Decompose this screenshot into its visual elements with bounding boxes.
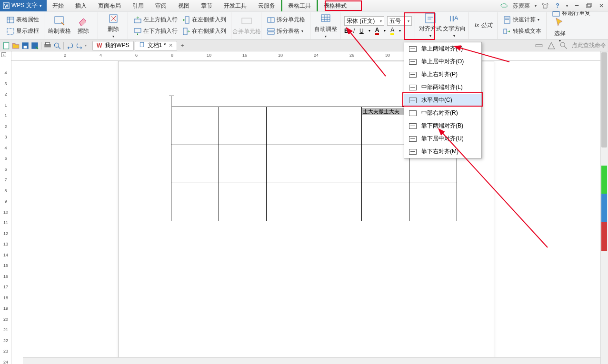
app-menu[interactable]: WPS 文字 ▾	[0, 0, 47, 11]
cloud-icon[interactable]	[500, 2, 508, 10]
align-mid-justify[interactable]: 中部两端对齐(L)	[404, 81, 481, 94]
align-mid-right[interactable]: 中部右对齐(R)	[404, 107, 481, 119]
print-preview-icon[interactable]	[53, 41, 61, 50]
select-button[interactable]: 选择▾	[550, 18, 569, 42]
tab-doc1[interactable]: 文档1 *✕	[135, 41, 178, 50]
font-color-button[interactable]: A	[375, 27, 379, 35]
insert-row-below-button[interactable]: 在下方插入行	[132, 26, 179, 37]
minimize-icon[interactable]: ━	[573, 2, 580, 10]
split-cell-button[interactable]: 拆分单元格	[265, 15, 307, 25]
align-top-justify[interactable]: 靠上两端对齐(T)	[404, 42, 481, 55]
erase-button[interactable]: 擦除	[72, 13, 95, 37]
svg-rect-9	[134, 29, 141, 32]
draw-table-button[interactable]: 绘制表格	[48, 13, 71, 37]
font-select[interactable]: 宋体 (正文)▾	[344, 16, 384, 26]
open-icon[interactable]	[11, 41, 20, 50]
svg-rect-2	[588, 3, 591, 7]
insert-row-above-button[interactable]: 在上方插入行	[132, 15, 179, 25]
split-table-button[interactable]: 拆分表格▾	[265, 26, 307, 37]
svg-rect-18	[504, 17, 510, 23]
skin-icon[interactable]	[541, 2, 549, 10]
doc-tabs: W我的WPS 文档1 *✕ ＋	[92, 40, 187, 51]
menu-table-tools[interactable]: 表格工具	[281, 0, 317, 11]
nav-icon[interactable]	[547, 41, 556, 50]
align-top-center[interactable]: 靠上居中对齐(O)	[404, 55, 481, 68]
align-bot-center[interactable]: 靠下居中对齐(U)	[404, 132, 481, 145]
canvas[interactable]: 士大夫撒士大夫	[11, 61, 608, 364]
chevron-down-icon: ▾	[535, 4, 537, 8]
svg-rect-19	[504, 29, 507, 34]
redo-icon[interactable]	[75, 41, 84, 50]
formula-button[interactable]: fx 公式	[473, 20, 494, 31]
menu-dev[interactable]: 开发工具	[218, 0, 252, 11]
svg-rect-27	[46, 42, 50, 45]
restore-icon[interactable]	[585, 2, 593, 10]
align-button[interactable]: 对齐方式▾	[419, 13, 442, 37]
menu-cloud[interactable]: 云服务	[252, 0, 281, 11]
underline-button[interactable]: U	[359, 28, 364, 34]
insert-col-right-button[interactable]: 在右侧插入列	[180, 26, 228, 37]
menu-layout[interactable]: 页面布局	[92, 0, 127, 11]
user-name[interactable]: 苏麦菜	[513, 2, 530, 10]
vertical-ruler: L 43211234567891011121314151617181920212…	[0, 51, 11, 364]
ruler-toggle-icon[interactable]	[535, 41, 543, 50]
table-properties-button[interactable]: 表格属性	[5, 15, 41, 25]
add-tab-button[interactable]: ＋	[178, 41, 187, 50]
show-border-button[interactable]: 显示虚框	[5, 26, 41, 37]
close-tab-icon[interactable]: ✕	[169, 42, 173, 49]
search-icon[interactable]	[559, 41, 568, 50]
align-center[interactable]: 水平居中(C)	[404, 94, 481, 107]
svg-rect-13	[268, 29, 274, 31]
menu-view[interactable]: 视图	[172, 0, 195, 11]
menu-insert[interactable]: 插入	[70, 0, 92, 11]
save-icon[interactable]	[21, 41, 30, 50]
menu-start[interactable]: 开始	[47, 0, 70, 11]
tab-mywps[interactable]: W我的WPS	[92, 41, 134, 50]
close-icon[interactable]: ✕	[598, 2, 605, 10]
bold-button[interactable]: B	[344, 28, 349, 34]
svg-point-28	[54, 43, 59, 47]
menu-ref[interactable]: 引用	[127, 0, 150, 11]
cursor-mark	[171, 96, 171, 106]
font-size-select[interactable]: 五号▾	[387, 16, 412, 26]
quick-access-bar: ▾ W我的WPS 文档1 *✕ ＋ 点此查找命令	[0, 40, 608, 51]
search-hint[interactable]: 点此查找命令	[572, 41, 606, 49]
svg-rect-4	[7, 29, 14, 34]
align-bot-justify[interactable]: 靠下两端对齐(B)	[404, 119, 481, 132]
ribbon: 表格属性 显示虚框 绘制表格 擦除 删除▾ 在上方插入行 在左侧插入列 在下方插…	[0, 11, 608, 40]
menu-table-style[interactable]: 表格样式	[317, 0, 352, 11]
app-name: WPS 文字	[11, 1, 38, 10]
delete-button[interactable]: 删除▾	[102, 14, 125, 38]
new-icon[interactable]	[2, 41, 10, 50]
align-dropdown: 靠上两端对齐(T) 靠上居中对齐(O) 靠上右对齐(P) 中部两端对齐(L) 水…	[404, 42, 482, 158]
selected-cell-text: 士大夫撒士大夫	[362, 108, 408, 115]
chevron-down-icon: ▾	[566, 4, 568, 8]
quick-calc-button[interactable]: 快速计算▾	[501, 15, 543, 25]
menu-bar: WPS 文字 ▾ 开始 插入 页面布局 引用 审阅 视图 章节 开发工具 云服务…	[0, 0, 608, 11]
svg-rect-1	[587, 4, 590, 8]
italic-button[interactable]: I	[353, 28, 355, 34]
vertical-scrollbar[interactable]	[600, 51, 608, 364]
convert-text-button[interactable]: 转换成文本	[501, 26, 543, 37]
svg-rect-3	[7, 17, 14, 23]
undo-icon[interactable]	[66, 41, 74, 50]
align-bot-right[interactable]: 靠下右对齐(M)	[404, 145, 481, 158]
print-icon[interactable]	[43, 41, 52, 50]
saveas-icon[interactable]	[30, 41, 39, 50]
ruler-corner: L	[1, 52, 6, 57]
chevron-down-icon: ▾	[40, 3, 42, 8]
align-top-right[interactable]: 靠上右对齐(P)	[404, 68, 481, 81]
text-direction-button[interactable]: |||A文字方向▾	[443, 13, 466, 37]
color-strip	[601, 166, 607, 251]
horizontal-scrollbar[interactable]	[23, 357, 600, 364]
insert-col-left-button[interactable]: 在左侧插入列	[180, 15, 228, 25]
svg-rect-22	[3, 42, 9, 49]
help-icon[interactable]: ?	[554, 2, 561, 10]
workspace: L 43211234567891011121314151617181920212…	[0, 51, 608, 364]
auto-adjust-button[interactable]: 自动调整▾	[314, 14, 337, 38]
svg-rect-10	[183, 28, 187, 35]
svg-rect-11	[242, 18, 251, 24]
menu-review[interactable]: 审阅	[150, 0, 172, 11]
highlight-button[interactable]: A	[390, 27, 394, 35]
menu-chapter[interactable]: 章节	[195, 0, 218, 11]
